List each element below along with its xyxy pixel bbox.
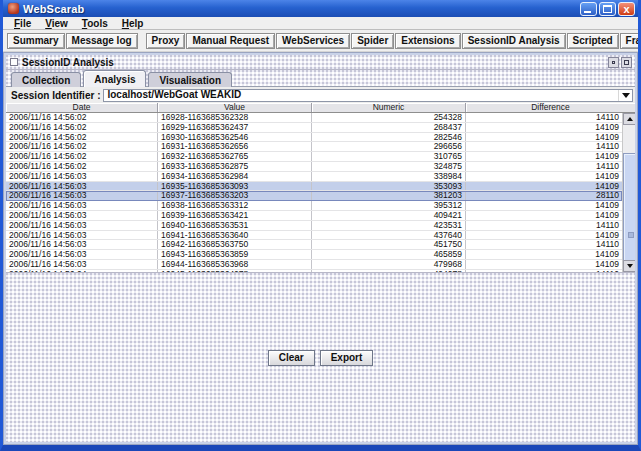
cell-date[interactable]: 2006/11/16 14:56:02: [6, 162, 158, 171]
table-row[interactable]: 2006/11/16 14:56:03 16938-1163685363312 …: [6, 201, 622, 211]
cell-difference[interactable]: 14110: [466, 162, 622, 171]
cell-date[interactable]: 2006/11/16 14:56:03: [6, 250, 158, 259]
table-row[interactable]: 2006/11/16 14:56:03 16934-1163685362984 …: [6, 172, 622, 182]
session-identifier-combobox[interactable]: localhost/WebGoat WEAKID: [103, 89, 633, 102]
toolbar-button[interactable]: Manual Request: [186, 33, 275, 49]
scroll-up-button[interactable]: [623, 113, 635, 125]
cell-numeric[interactable]: 338984: [312, 172, 466, 181]
cell-numeric[interactable]: 268437: [312, 123, 466, 132]
toolbar-button[interactable]: Fragments: [620, 33, 641, 49]
cell-date[interactable]: 2006/11/16 14:56:03: [6, 240, 158, 249]
cell-date[interactable]: 2006/11/16 14:56:03: [6, 231, 158, 240]
cell-numeric[interactable]: 409421: [312, 211, 466, 220]
table-row[interactable]: 2006/11/16 14:56:02 16933-1163685362875 …: [6, 162, 622, 172]
cell-value[interactable]: 16934-1163685362984: [158, 172, 312, 181]
cell-difference[interactable]: 14109: [466, 201, 622, 210]
cell-numeric[interactable]: 310765: [312, 152, 466, 161]
cell-difference[interactable]: 14109: [466, 152, 622, 161]
toolbar-button[interactable]: Spider: [351, 33, 394, 49]
cell-value[interactable]: 16929-1163685362437: [158, 123, 312, 132]
cell-difference[interactable]: 14109: [466, 231, 622, 240]
cell-date[interactable]: 2006/11/16 14:56:03: [6, 182, 158, 191]
cell-numeric[interactable]: 437640: [312, 231, 466, 240]
table-row[interactable]: 2006/11/16 14:56:02 16930-1163685362546 …: [6, 133, 622, 143]
clear-button[interactable]: Clear: [268, 350, 315, 366]
cell-value[interactable]: 16931-1163685362656: [158, 142, 312, 151]
cell-date[interactable]: 2006/11/16 14:56:02: [6, 113, 158, 122]
cell-difference[interactable]: 14109: [466, 260, 622, 269]
cell-difference[interactable]: 28110: [466, 191, 622, 200]
cell-date[interactable]: 2006/11/16 14:56:03: [6, 201, 158, 210]
cell-difference[interactable]: 14110: [466, 221, 622, 230]
cell-numeric[interactable]: 479968: [312, 260, 466, 269]
cell-numeric[interactable]: 296656: [312, 142, 466, 151]
combo-dropdown-arrow-icon[interactable]: [618, 90, 632, 101]
toolbar-button[interactable]: SessionID Analysis: [462, 33, 566, 49]
cell-date[interactable]: 2006/11/16 14:56:03: [6, 260, 158, 269]
cell-date[interactable]: 2006/11/16 14:56:03: [6, 191, 158, 200]
toolbar-button[interactable]: Message log: [66, 33, 138, 49]
menu-item[interactable]: Help: [115, 18, 151, 29]
cell-date[interactable]: 2006/11/16 14:56:03: [6, 172, 158, 181]
cell-date[interactable]: 2006/11/16 14:56:03: [6, 211, 158, 220]
maximize-button[interactable]: [599, 2, 616, 16]
cell-value[interactable]: 16933-1163685362875: [158, 162, 312, 171]
cell-numeric[interactable]: 423531: [312, 221, 466, 230]
cell-numeric[interactable]: 381203: [312, 191, 466, 200]
cell-numeric[interactable]: 353093: [312, 182, 466, 191]
column-header[interactable]: Numeric: [312, 103, 466, 112]
toolbar-button[interactable]: Extensions: [395, 33, 460, 49]
cell-value[interactable]: 16940-1163685363531: [158, 221, 312, 230]
table-row[interactable]: 2006/11/16 14:56:03 16937-1163685363203 …: [6, 191, 622, 201]
table-row[interactable]: 2006/11/16 14:56:02 16932-1163685362765 …: [6, 152, 622, 162]
frame-restore-button[interactable]: [608, 57, 619, 68]
cell-numeric[interactable]: 494078: [312, 270, 466, 272]
cell-date[interactable]: 2006/11/16 14:56:02: [6, 133, 158, 142]
toolbar-button[interactable]: WebServices: [276, 33, 350, 49]
cell-numeric[interactable]: 395312: [312, 201, 466, 210]
frame-maximize-button[interactable]: [621, 57, 632, 68]
cell-difference[interactable]: 14109: [466, 172, 622, 181]
cell-numeric[interactable]: 324875: [312, 162, 466, 171]
cell-numeric[interactable]: 282546: [312, 133, 466, 142]
table-row[interactable]: 2006/11/16 14:56:04 16945-1163685364078 …: [6, 270, 622, 272]
column-header[interactable]: Value: [158, 103, 312, 112]
cell-date[interactable]: 2006/11/16 14:56:02: [6, 142, 158, 151]
table-row[interactable]: 2006/11/16 14:56:03 16943-1163685363859 …: [6, 250, 622, 260]
menu-item[interactable]: File: [7, 18, 38, 29]
toolbar-button[interactable]: Proxy: [146, 33, 186, 49]
table-row[interactable]: 2006/11/16 14:56:03 16935-1163685363093 …: [6, 182, 622, 192]
table-row[interactable]: 2006/11/16 14:56:03 16941-1163685363640 …: [6, 231, 622, 241]
cell-value[interactable]: 16943-1163685363859: [158, 250, 312, 259]
table-row[interactable]: 2006/11/16 14:56:03 16940-1163685363531 …: [6, 221, 622, 231]
table-row[interactable]: 2006/11/16 14:56:02 16928-1163685362328 …: [6, 113, 622, 123]
cell-value[interactable]: 16932-1163685362765: [158, 152, 312, 161]
cell-value[interactable]: 16930-1163685362546: [158, 133, 312, 142]
export-button[interactable]: Export: [320, 350, 374, 366]
table-row[interactable]: 2006/11/16 14:56:02 16931-1163685362656 …: [6, 142, 622, 152]
toolbar-button[interactable]: Scripted: [567, 33, 619, 49]
tab-collection[interactable]: Collection: [11, 72, 81, 87]
cell-difference[interactable]: 14109: [466, 250, 622, 259]
cell-difference[interactable]: 14109: [466, 211, 622, 220]
toolbar-button[interactable]: Summary: [7, 33, 65, 49]
cell-value[interactable]: 16944-1163685363968: [158, 260, 312, 269]
vertical-scrollbar[interactable]: [622, 113, 635, 272]
menu-item[interactable]: Tools: [75, 18, 115, 29]
cell-difference[interactable]: 14110: [466, 240, 622, 249]
cell-numeric[interactable]: 465859: [312, 250, 466, 259]
table-row[interactable]: 2006/11/16 14:56:03 16942-1163685363750 …: [6, 240, 622, 250]
tab-visualisation[interactable]: Visualisation: [148, 72, 232, 87]
cell-value[interactable]: 16945-1163685364078: [158, 270, 312, 272]
cell-value[interactable]: 16942-1163685363750: [158, 240, 312, 249]
cell-difference[interactable]: 14110: [466, 142, 622, 151]
cell-difference[interactable]: 14109: [466, 133, 622, 142]
cell-value[interactable]: 16938-1163685363312: [158, 201, 312, 210]
cell-value[interactable]: 16941-1163685363640: [158, 231, 312, 240]
minimize-button[interactable]: [580, 2, 597, 16]
tab-analysis[interactable]: Analysis: [83, 70, 146, 87]
table-row[interactable]: 2006/11/16 14:56:02 16929-1163685362437 …: [6, 123, 622, 133]
cell-difference[interactable]: 14110: [466, 270, 622, 272]
cell-numeric[interactable]: 451750: [312, 240, 466, 249]
close-button[interactable]: x: [618, 2, 635, 16]
